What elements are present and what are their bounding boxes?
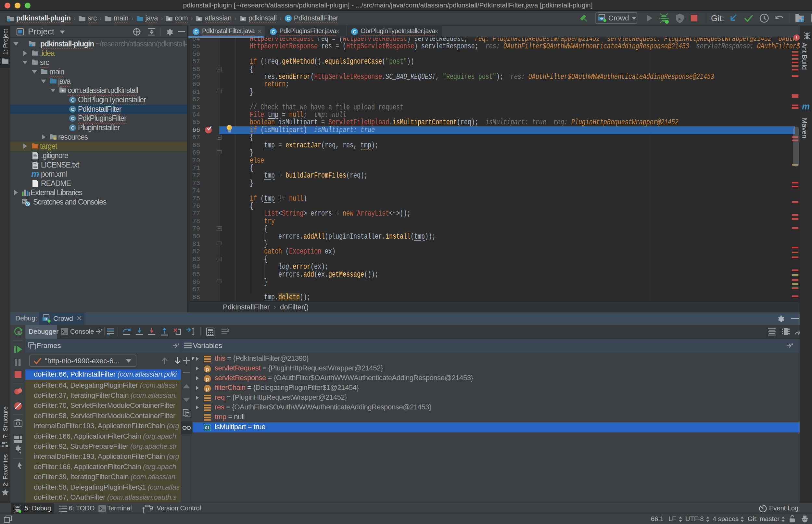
svg-text:C: C	[353, 29, 356, 34]
svg-text:C: C	[71, 97, 75, 103]
svg-text:p: p	[206, 386, 209, 392]
svg-text:C: C	[71, 116, 75, 121]
svg-text:C: C	[71, 125, 75, 131]
svg-text:p: p	[206, 366, 209, 372]
svg-text:C: C	[287, 15, 290, 21]
svg-text:C: C	[194, 29, 198, 34]
svg-text:C: C	[71, 107, 75, 112]
svg-text:C: C	[272, 29, 275, 34]
svg-text:01: 01	[205, 425, 210, 430]
svg-text:p: p	[206, 376, 209, 382]
